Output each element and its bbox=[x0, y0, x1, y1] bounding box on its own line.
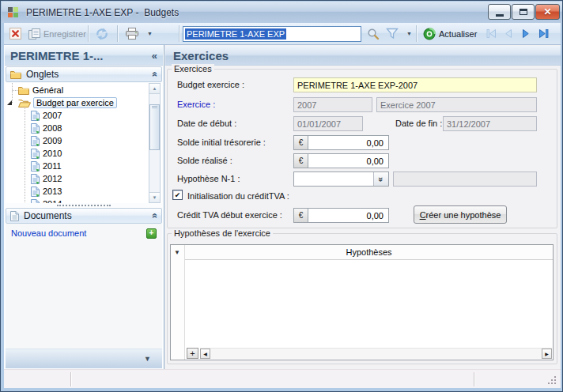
date-fin-field: 31/12/2007 bbox=[443, 116, 537, 131]
hypothese-n1-combo[interactable]: » bbox=[293, 172, 389, 187]
nav-first-button[interactable] bbox=[483, 23, 501, 44]
scroll-left-button[interactable]: ◀ bbox=[200, 349, 210, 359]
print-dropdown-icon[interactable]: ▼ bbox=[147, 31, 153, 36]
filter-button[interactable]: ▼ bbox=[384, 23, 414, 44]
app-window: PERIMETRE 1-AXE EXP - Budgets ✕ Enregist… bbox=[0, 0, 563, 392]
scroll-up-button[interactable]: ▲ bbox=[149, 84, 160, 94]
scroll-down-button[interactable]: ▼ bbox=[149, 192, 160, 202]
tree-item-label: 2007 bbox=[43, 111, 62, 120]
credit-tva-label: Crédit TVA début exercice : bbox=[177, 210, 282, 220]
sidebar-title: PERIMETRE 1-... bbox=[10, 49, 104, 62]
tree-item-year[interactable]: 2009 bbox=[31, 134, 162, 147]
scroll-thumb[interactable] bbox=[149, 104, 160, 150]
toolbar-separator bbox=[179, 25, 179, 42]
maximize-button[interactable] bbox=[512, 4, 535, 20]
currency-button[interactable]: € bbox=[294, 154, 308, 168]
tree-item-year[interactable]: 2013 bbox=[31, 185, 162, 198]
sidebar-collapse-icon[interactable]: « bbox=[152, 50, 157, 62]
solde-initial-label: Solde initial trésorerie : bbox=[177, 138, 266, 147]
credit-tva-field[interactable]: € 0,00 bbox=[293, 208, 389, 223]
collapse-chevron-icon[interactable]: » bbox=[149, 72, 161, 77]
group-legend: Exercices bbox=[172, 64, 214, 74]
tree-item-year[interactable]: 2012 bbox=[31, 172, 162, 185]
actualiser-label: Actualiser bbox=[439, 29, 477, 39]
scroll-right-button[interactable]: ▶ bbox=[542, 349, 552, 359]
folder-open-icon bbox=[18, 99, 31, 107]
tree-item-label: 2012 bbox=[43, 174, 62, 183]
grid-column-header[interactable]: Hypothèses bbox=[185, 245, 553, 260]
budget-exercice-field[interactable]: PERIMETRE 1-AXE EXP-2007 bbox=[293, 77, 537, 92]
close-icon: ✕ bbox=[543, 6, 551, 17]
exercice-label[interactable]: Exercice : bbox=[177, 100, 215, 109]
documents-header[interactable]: Documents » bbox=[6, 208, 162, 224]
grid-header-label: Hypothèses bbox=[346, 247, 391, 257]
date-fin-label: Date de fin : bbox=[395, 119, 442, 128]
content-area: PERIMETRE 1-... « Onglets » Général Bud bbox=[4, 45, 561, 369]
hypothese-n1-label: Hypothèse N-1 : bbox=[177, 174, 240, 183]
filter-dropdown-icon[interactable]: ▼ bbox=[406, 31, 412, 36]
onglets-header[interactable]: Onglets » bbox=[6, 66, 162, 82]
hypothese-n1-name-field bbox=[393, 172, 537, 187]
currency-button[interactable]: € bbox=[294, 209, 308, 222]
tree-item-year[interactable]: 2007 bbox=[31, 109, 162, 122]
currency-button[interactable]: € bbox=[294, 136, 308, 149]
chevron-down-icon[interactable]: ▼ bbox=[144, 355, 151, 363]
expand-icon[interactable] bbox=[7, 100, 12, 105]
tree-item-label: 2008 bbox=[43, 123, 62, 133]
tree-item-label: Budget par exercice bbox=[33, 97, 117, 108]
actualiser-icon bbox=[423, 28, 436, 40]
hypotheses-grid: ▼ Hypothèses + ◀ ▶ bbox=[170, 244, 554, 360]
budget-exercice-label: Budget exercice : bbox=[177, 80, 244, 89]
collapse-chevron-icon[interactable]: » bbox=[149, 213, 161, 219]
grid-body[interactable] bbox=[185, 260, 553, 347]
tree-item-year[interactable]: 2014 bbox=[31, 198, 162, 203]
print-button[interactable]: ▼ bbox=[123, 23, 155, 44]
combo-dropdown-button[interactable]: » bbox=[373, 172, 388, 186]
documents-body bbox=[6, 224, 162, 349]
new-document-link[interactable]: Nouveau document bbox=[11, 228, 86, 238]
search-selected-text: PERIMETRE 1-AXE EXP bbox=[185, 28, 286, 40]
resize-grip[interactable] bbox=[554, 383, 556, 384]
solde-initial-field[interactable]: € 0,00 bbox=[293, 135, 389, 150]
save-button[interactable]: Enregistrer bbox=[26, 23, 89, 44]
nav-last-icon bbox=[538, 28, 550, 39]
page-title: Exercices bbox=[173, 49, 229, 62]
init-credit-tva-label[interactable]: Initialisation du créditTVA : bbox=[187, 191, 289, 201]
credit-tva-checkbox[interactable]: ✔ bbox=[172, 190, 183, 200]
search-input[interactable]: PERIMETRE 1-AXE EXP bbox=[183, 26, 361, 42]
document-icon bbox=[31, 123, 40, 134]
minimize-icon bbox=[496, 14, 504, 17]
onglets-tree: Général Budget par exercice 2007 2008 bbox=[6, 83, 162, 203]
nav-prev-button[interactable] bbox=[501, 23, 516, 44]
minimize-button[interactable] bbox=[488, 4, 511, 20]
group-legend: Hypothèses de l'exercice bbox=[172, 228, 273, 238]
chevron-double-down-icon: » bbox=[376, 176, 386, 181]
refresh-data-button[interactable]: Actualiser bbox=[421, 23, 479, 44]
date-debut-label: Date de début : bbox=[177, 119, 236, 128]
solde-realise-field[interactable]: € 0,00 bbox=[293, 153, 389, 168]
creer-hypothese-button[interactable]: Créer une hypothèse bbox=[414, 205, 507, 224]
add-document-button[interactable]: + bbox=[146, 228, 157, 239]
tree-item-year[interactable]: 2011 bbox=[31, 160, 162, 172]
window-title: PERIMETRE 1-AXE EXP - Budgets bbox=[26, 7, 179, 18]
tree-item-year[interactable]: 2008 bbox=[31, 122, 162, 134]
tree-item-year[interactable]: 2010 bbox=[31, 147, 162, 160]
tree-item-label: 2011 bbox=[43, 161, 62, 171]
delete-button[interactable] bbox=[7, 23, 24, 44]
nav-last-button[interactable] bbox=[535, 23, 553, 44]
tree-item-general[interactable]: Général bbox=[18, 84, 159, 96]
close-button[interactable]: ✕ bbox=[535, 4, 560, 20]
refresh-button[interactable] bbox=[93, 23, 111, 44]
credit-tva-value: 0,00 bbox=[308, 209, 388, 222]
documents-label: Documents bbox=[24, 210, 147, 221]
grid-marker-icon: ▼ bbox=[174, 249, 180, 256]
grid-hscrollbar[interactable]: ◀ ▶ bbox=[200, 348, 552, 359]
tree-scrollbar[interactable]: ▲ ▼ bbox=[149, 83, 161, 203]
nav-next-button[interactable] bbox=[518, 23, 534, 44]
tree-item-budget-par-exercice[interactable]: Budget par exercice bbox=[18, 96, 159, 109]
grid-add-button[interactable]: + bbox=[187, 348, 198, 359]
save-icon bbox=[28, 28, 40, 40]
exercice-code-field: 2007 bbox=[293, 97, 372, 112]
document-icon bbox=[31, 174, 40, 184]
search-button[interactable] bbox=[365, 23, 382, 44]
